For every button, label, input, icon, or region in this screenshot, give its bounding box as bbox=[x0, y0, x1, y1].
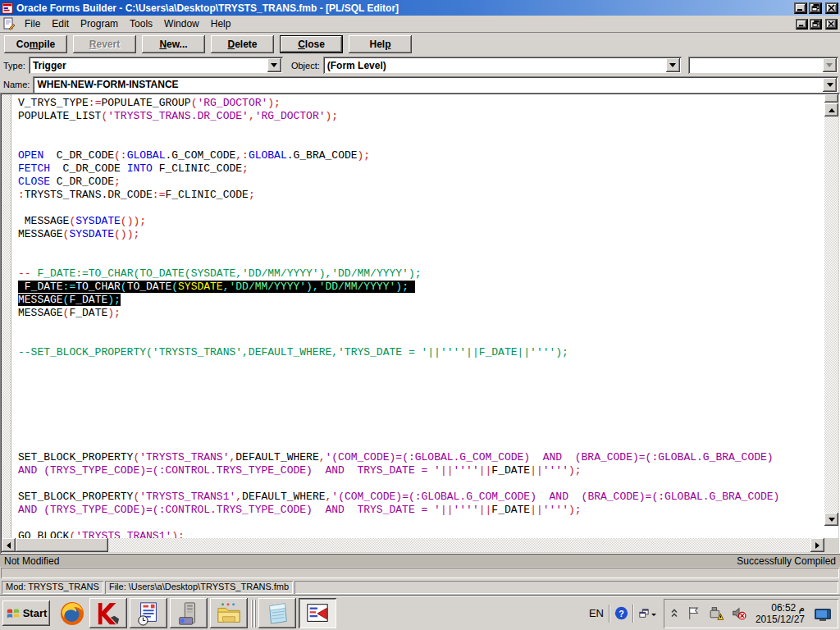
my-computer-task-button[interactable] bbox=[170, 598, 208, 628]
volume-muted-icon[interactable] bbox=[728, 606, 751, 620]
horizontal-scrollbar[interactable] bbox=[2, 538, 838, 552]
collapse-tray-chevron-icon[interactable] bbox=[666, 607, 682, 619]
menu-bar: FileEditProgramToolsWindowHelp bbox=[0, 16, 840, 33]
kaspersky-task-button[interactable] bbox=[89, 598, 127, 628]
clock[interactable]: م 06:52 2015/12/27 bbox=[751, 602, 810, 625]
start-button[interactable]: Start bbox=[2, 600, 50, 626]
new-button[interactable]: New... bbox=[142, 35, 205, 53]
window-title: Oracle Forms Builder - C:\Users\a\Deskto… bbox=[16, 2, 794, 14]
close-window-button[interactable] bbox=[825, 2, 838, 14]
code-line: SET_BLOCK_PROPERTY('TRYSTS_TRANS',DEFAUL… bbox=[18, 451, 823, 464]
my-computer-icon bbox=[176, 601, 201, 626]
mdi-close-button[interactable] bbox=[825, 19, 838, 30]
kaspersky-icon bbox=[96, 601, 121, 626]
code-line bbox=[18, 123, 823, 136]
module-name-panel: Mod: TRYSTS_TRANS bbox=[2, 581, 103, 594]
code-line: FETCH C_DR_CODE INTO F_CLINIC_CODE; bbox=[18, 162, 823, 176]
oracle-forms-task-button[interactable] bbox=[130, 598, 167, 628]
close-button[interactable]: Close bbox=[280, 35, 343, 53]
code-line bbox=[18, 241, 823, 254]
menu-window[interactable]: Window bbox=[158, 16, 205, 31]
horizontal-thumb[interactable] bbox=[16, 538, 108, 552]
tray-frame: م 06:52 2015/12/27 bbox=[664, 599, 838, 628]
code-line bbox=[18, 320, 823, 333]
language-indicator[interactable]: EN bbox=[584, 607, 609, 619]
vertical-scrollbar[interactable] bbox=[824, 94, 838, 538]
svg-text:?: ? bbox=[619, 609, 623, 619]
empty-status-panel bbox=[294, 581, 838, 594]
code-line bbox=[18, 333, 823, 346]
code-line: OPEN C_DR_CODE(:GLOBAL.G_COM_CODE,:GLOBA… bbox=[18, 149, 823, 162]
scroll-down-button[interactable] bbox=[824, 513, 838, 526]
object-combo-arrow[interactable] bbox=[666, 58, 680, 72]
code-line: V_TRYS_TYPE:=POPULATE_GROUP('RG_DOCTOR')… bbox=[18, 97, 823, 110]
code-line: --SET_BLOCK_PROPERTY('TRYSTS_TRANS',DEFA… bbox=[18, 346, 823, 359]
code-line bbox=[18, 386, 823, 399]
code-line: MESSAGE(F_DATE); bbox=[18, 294, 823, 307]
object-combo[interactable]: (Form Level) bbox=[323, 57, 682, 74]
code-line: CLOSE C_DR_CODE; bbox=[18, 176, 823, 189]
help-button[interactable]: Help bbox=[349, 35, 412, 53]
code-line: -- F_DATE:=TO_CHAR(TO_DATE(SYSDATE,'DD/M… bbox=[18, 267, 823, 281]
plsql-editor-task-button[interactable] bbox=[299, 598, 336, 628]
taskbar: Start EN ? bbox=[0, 596, 840, 630]
menu-edit[interactable]: Edit bbox=[46, 16, 75, 31]
type-combo-arrow[interactable] bbox=[267, 58, 281, 72]
menu-items: FileEditProgramToolsWindowHelp bbox=[19, 16, 796, 31]
scroll-left-button[interactable] bbox=[2, 538, 16, 552]
compile-button[interactable]: Compile bbox=[4, 35, 67, 53]
type-combo[interactable]: Trigger bbox=[29, 57, 283, 74]
scroll-right-button[interactable] bbox=[810, 538, 824, 552]
delete-button[interactable]: Delete bbox=[211, 35, 274, 53]
firefox-icon[interactable] bbox=[57, 599, 87, 628]
menu-program[interactable]: Program bbox=[75, 16, 124, 31]
vertical-track[interactable] bbox=[824, 116, 838, 513]
modified-status: Not Modified bbox=[4, 555, 59, 567]
code-line: MESSAGE(SYSDATE()); bbox=[18, 215, 823, 228]
tray-time: م 06:52 bbox=[756, 602, 805, 614]
code-line bbox=[18, 202, 823, 215]
code-line bbox=[18, 517, 823, 530]
code-area[interactable]: V_TRYS_TYPE:=POPULATE_GROUP('RG_DOCTOR')… bbox=[11, 94, 823, 538]
extra-combo-arrow bbox=[823, 58, 837, 72]
oracle-forms-task-icon bbox=[136, 601, 161, 626]
object-label: Object: bbox=[291, 61, 320, 71]
notepad-icon bbox=[265, 601, 290, 626]
minimize-button[interactable] bbox=[794, 2, 807, 14]
code-line bbox=[18, 438, 823, 451]
language-bar-restore-icon[interactable] bbox=[634, 609, 660, 619]
file-path-panel: File: \Users\a\Desktop\TRYSTS_TRANS.fmb bbox=[105, 581, 293, 594]
revert-button[interactable]: Revert bbox=[73, 35, 136, 53]
folder-task-button[interactable] bbox=[210, 598, 248, 628]
code-line bbox=[18, 425, 823, 438]
plsql-doc-icon bbox=[2, 17, 16, 30]
system-tray: EN ? م 06:52 2015/12/27 bbox=[584, 596, 840, 630]
title-bar[interactable]: Oracle Forms Builder - C:\Users\a\Deskto… bbox=[0, 0, 840, 16]
menu-tools[interactable]: Tools bbox=[124, 16, 158, 31]
code-line: :TRYSTS_TRANS.DR_CODE:=F_CLINIC_CODE; bbox=[18, 189, 823, 202]
display-tray-icon[interactable] bbox=[810, 605, 836, 622]
help-tray-icon[interactable]: ? bbox=[610, 606, 632, 620]
menu-file[interactable]: File bbox=[19, 16, 46, 31]
taskbar-divider bbox=[251, 600, 256, 628]
device-warning-icon[interactable] bbox=[705, 606, 728, 620]
scroll-up-button[interactable] bbox=[824, 103, 838, 116]
flag-tray-icon[interactable] bbox=[682, 606, 705, 620]
forms-builder-app-icon bbox=[2, 2, 13, 14]
module-status-bar: Mod: TRYSTS_TRANS File: \Users\a\Desktop… bbox=[0, 579, 840, 596]
menu-help[interactable]: Help bbox=[205, 16, 237, 31]
horizontal-track[interactable] bbox=[108, 538, 810, 552]
mdi-minimize-button[interactable] bbox=[796, 19, 808, 30]
code-line bbox=[18, 399, 823, 412]
name-combo-arrow[interactable] bbox=[823, 78, 837, 92]
code-line: MESSAGE(F_DATE); bbox=[18, 307, 823, 320]
name-row: Name: WHEN-NEW-FORM-INSTANCE bbox=[0, 75, 840, 94]
restore-button[interactable] bbox=[809, 2, 822, 14]
code-line bbox=[18, 477, 823, 491]
mdi-restore-button[interactable] bbox=[810, 19, 822, 30]
notepad-task-button[interactable] bbox=[258, 598, 296, 628]
desktop: { "window": { "title": "Oracle Forms Bui… bbox=[0, 0, 840, 630]
folder-icon bbox=[217, 601, 241, 626]
splitter-box[interactable] bbox=[824, 94, 838, 103]
name-combo[interactable]: WHEN-NEW-FORM-INSTANCE bbox=[33, 76, 838, 94]
